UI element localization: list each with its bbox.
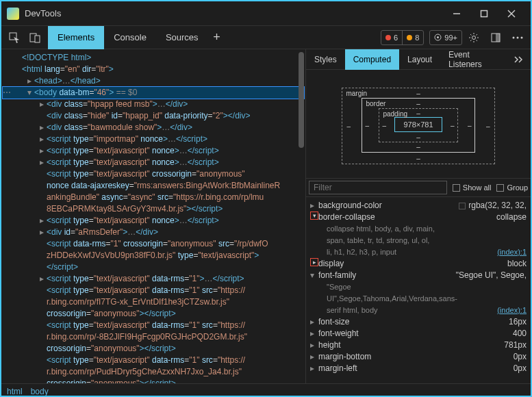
sidebar-tabs: Styles Computed Layout Event Listeners	[306, 49, 531, 70]
property-trace[interactable]: UI",Segoe,Tahoma,Arial,Verdana,sans-	[310, 293, 527, 305]
dom-node[interactable]: ▸<script type="text/javascript" nonce>…<…	[3, 215, 304, 227]
scrollbar-thumb[interactable]	[299, 52, 304, 148]
dom-node[interactable]: ▸<script type="text/javascript" data-rms…	[3, 273, 304, 285]
close-button[interactable]	[498, 1, 525, 26]
expand-icon: ▾	[310, 270, 318, 281]
panel-tabs: Elements Console Sources	[48, 26, 208, 49]
breadcrumb-item[interactable]: body	[31, 387, 49, 396]
computed-properties[interactable]: ▸background-colorrgba(32, 32, 32,▾ borde…	[306, 197, 531, 383]
dom-node[interactable]: <html lang="en" dir="ltr">	[3, 64, 304, 75]
dom-node[interactable]: nonce data-ajaxreskey="rms:answers:BingA…	[3, 180, 304, 192]
tab-elements[interactable]: Elements	[48, 26, 104, 49]
show-all-checkbox[interactable]: Show all	[453, 183, 492, 192]
svg-rect-6	[35, 36, 40, 42]
dom-node[interactable]: <script type="text/javascript" data-rms=…	[3, 355, 304, 366]
maximize-icon	[480, 10, 488, 18]
dom-node[interactable]: </script>	[3, 261, 304, 273]
sidebar-more-button[interactable]	[507, 56, 531, 63]
dom-node[interactable]: ⋯▾<body data-bm="46"> == $0	[3, 87, 304, 99]
dom-node[interactable]: ▸<script type="text/javascript" nonce>…<…	[3, 157, 304, 168]
filter-row: Show all Group	[306, 178, 531, 197]
dom-node[interactable]: <!DOCTYPE html>	[3, 52, 304, 64]
property-row[interactable]: ▸font-weight400	[310, 328, 527, 340]
dom-node[interactable]: 8EBCaPRMKtay8LSArGyY3mv4.br.js"></script…	[3, 203, 304, 215]
property-row[interactable]: ▾font-family"Segoe UI", Segoe,	[310, 270, 527, 281]
inspect-icon	[9, 32, 20, 43]
settings-button[interactable]	[465, 29, 483, 47]
expand-icon: ▸	[310, 363, 318, 374]
breadcrumbs: htmlbody	[1, 383, 531, 397]
expand-icon: ▸	[310, 258, 318, 266]
group-checkbox[interactable]: Group	[496, 183, 528, 192]
titlebar: DevTools	[1, 1, 531, 26]
warning-badge: 8	[402, 31, 423, 44]
svg-point-13	[517, 36, 519, 38]
dom-node[interactable]: ▸<head>…</head>	[3, 75, 304, 87]
minimize-icon	[453, 10, 461, 18]
dom-node[interactable]: ▸<script type="text/javascript" nonce>…<…	[3, 145, 304, 157]
device-icon	[29, 32, 40, 43]
property-trace[interactable]: "Segoe	[310, 281, 527, 293]
tab-computed[interactable]: Computed	[345, 49, 399, 70]
device-toggle-button[interactable]	[26, 29, 44, 47]
dom-node[interactable]: crossorigin="anonymous"></script>	[3, 308, 304, 320]
property-row[interactable]: ▾ border-collapsecollapse	[310, 212, 527, 223]
inspect-button[interactable]	[5, 29, 23, 47]
dom-node[interactable]: r.bing.com/rp/PudHDryr5gCheAzxxNH7Jxo_Ja…	[3, 366, 304, 378]
dom-node[interactable]: ▸<div class="bawmodule show">…</div>	[3, 122, 304, 133]
dom-node[interactable]: ▸<div id="aRmsDefer">…</div>	[3, 227, 304, 238]
dom-node[interactable]: r.bing.com/rp/-8B2JlFI9HgFcgp0RGJHcPQD2G…	[3, 331, 304, 343]
dom-node[interactable]: ▸<div class="hpapp feed msb">…</div>	[3, 99, 304, 110]
dom-node[interactable]: ankingBundle" async="async" src="https:/…	[3, 192, 304, 203]
dom-tree[interactable]: <!DOCTYPE html><html lang="en" dir="ltr"…	[1, 49, 305, 383]
close-icon	[507, 10, 516, 18]
expand-icon: ▸	[310, 351, 318, 363]
property-row[interactable]: ▸margin-bottom0px	[310, 351, 527, 363]
dom-node[interactable]: <script type="text/javascript" data-rms=…	[3, 320, 304, 331]
message-badge[interactable]: 99+	[429, 30, 462, 45]
dom-node[interactable]: <div class="hide" id="hpapp_id" data-pri…	[3, 110, 304, 122]
property-row[interactable]: ▸height781px	[310, 340, 527, 351]
property-trace[interactable]: collapse html, body, a, div, main,	[310, 223, 527, 235]
tab-sources[interactable]: Sources	[156, 26, 208, 49]
tab-layout[interactable]: Layout	[399, 49, 440, 70]
margin-label: margin	[346, 90, 367, 97]
more-button[interactable]	[509, 29, 527, 47]
minimize-button[interactable]	[443, 1, 470, 26]
dom-node[interactable]: <script type="text/javascript" crossorig…	[3, 168, 304, 180]
tab-console[interactable]: Console	[104, 26, 156, 49]
expand-icon: ▸	[310, 328, 318, 340]
more-icon	[512, 36, 523, 39]
border-label: border	[366, 100, 385, 107]
dom-node[interactable]: crossorigin="anonymous"></script>	[3, 378, 304, 383]
property-row[interactable]: ▸background-colorrgba(32, 32, 32,	[310, 200, 527, 212]
filter-input[interactable]	[309, 181, 447, 194]
message-icon	[434, 34, 442, 41]
dom-node[interactable]: <script type="text/javascript" data-rms=…	[3, 285, 304, 296]
maximize-button[interactable]	[470, 1, 498, 26]
breadcrumb-item[interactable]: html	[7, 387, 23, 396]
error-badge: 6	[381, 31, 402, 44]
property-row[interactable]: ▸ displayblock	[310, 258, 527, 270]
issue-badges[interactable]: 6 8	[381, 30, 424, 45]
dom-node[interactable]: crossorigin="anonymous"></script>	[3, 343, 304, 355]
property-trace[interactable]: li, h1, h2, h3, p, input(index):1	[310, 246, 527, 258]
tab-event-listeners[interactable]: Event Listeners	[440, 49, 507, 70]
property-row[interactable]: ▸font-size16px	[310, 316, 527, 328]
box-model[interactable]: margin – – – – border – – – – padding – …	[306, 70, 531, 178]
dom-node[interactable]: <script data-rms="1" crossorigin="anonym…	[3, 238, 304, 250]
dom-node[interactable]: ▸<script type="importmap" nonce>…</scrip…	[3, 133, 304, 145]
gear-icon	[468, 32, 479, 43]
svg-rect-11	[496, 34, 500, 42]
dom-node[interactable]: zHDDekXwfJVsVbU9pn38fF0.br.js" type="tex…	[3, 250, 304, 261]
main-toolbar: Elements Console Sources + 6 8 99+	[1, 26, 531, 49]
tab-styles[interactable]: Styles	[306, 49, 345, 70]
padding-label: padding	[383, 110, 407, 118]
dom-node[interactable]: r.bing.com/rp/fI7TG-xk_ErVntDIf1he3jCTZs…	[3, 296, 304, 308]
svg-point-12	[513, 36, 515, 38]
property-trace[interactable]: span, table, tr, td, strong, ul, ol,	[310, 235, 527, 246]
dock-button[interactable]	[487, 29, 505, 47]
add-tab-button[interactable]: +	[208, 30, 226, 44]
property-trace[interactable]: serif html, body(index):1	[310, 305, 527, 316]
property-row[interactable]: ▸margin-left0px	[310, 363, 527, 374]
